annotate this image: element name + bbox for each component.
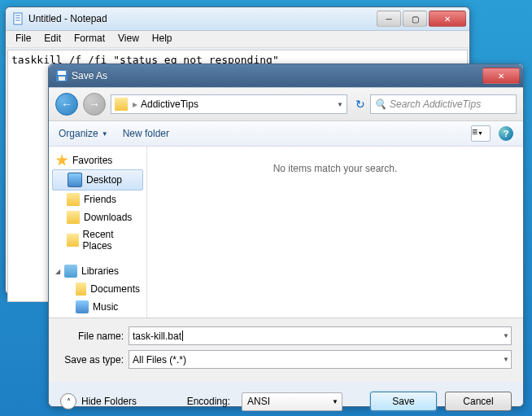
filename-input[interactable]: task-kill.bat▼ <box>129 326 512 345</box>
dialog-titlebar[interactable]: Save As ✕ <box>49 64 523 88</box>
encoding-select[interactable]: ANSI▼ <box>242 392 342 411</box>
folder-icon <box>67 193 80 206</box>
documents-icon <box>76 282 86 296</box>
search-input[interactable]: 🔍 Search AddictiveTips <box>370 94 517 114</box>
svg-rect-6 <box>59 77 65 81</box>
minimize-button[interactable]: ─ <box>377 11 401 27</box>
toolbar: Organize▼ New folder ≡▼ ? <box>49 121 523 147</box>
sidebar-item-music[interactable]: ▸Music <box>49 298 146 316</box>
libraries-icon <box>64 265 77 278</box>
sidebar-item-desktop[interactable]: Desktop <box>52 169 143 190</box>
menu-view[interactable]: View <box>111 31 146 47</box>
search-placeholder: Search AddictiveTips <box>390 99 481 110</box>
empty-message: No items match your search. <box>273 163 398 174</box>
menu-help[interactable]: Help <box>146 31 179 47</box>
chevron-up-icon: ˄ <box>60 393 76 409</box>
notepad-menubar: File Edit Format View Help <box>6 31 469 48</box>
view-options-button[interactable]: ≡▼ <box>471 125 491 142</box>
search-icon: 🔍 <box>374 99 386 110</box>
hide-folders-button[interactable]: ˄ Hide Folders <box>60 393 137 409</box>
help-button[interactable]: ? <box>499 126 513 141</box>
address-bar[interactable]: ▸ AddictiveTips ▼ <box>111 94 347 114</box>
recent-icon <box>67 234 79 247</box>
encoding-label: Encoding: <box>187 396 230 407</box>
sidebar-item-pictures[interactable]: ▸Pictures <box>49 316 146 317</box>
notepad-icon <box>12 12 25 25</box>
menu-format[interactable]: Format <box>68 31 111 47</box>
star-icon <box>55 154 68 167</box>
nav-sidebar: Favorites Desktop Friends Downloads Rece… <box>49 147 147 317</box>
libraries-header[interactable]: ◢Libraries <box>49 262 146 280</box>
close-button[interactable]: ✕ <box>429 11 466 27</box>
cancel-button[interactable]: Cancel <box>445 392 512 411</box>
notepad-titlebar[interactable]: Untitled - Notepad ─ ▢ ✕ <box>6 7 469 31</box>
downloads-icon <box>67 211 80 224</box>
forward-button[interactable]: → <box>83 93 106 116</box>
dialog-close-button[interactable]: ✕ <box>482 68 520 84</box>
save-icon <box>55 69 68 82</box>
folder-icon <box>115 98 128 111</box>
new-folder-button[interactable]: New folder <box>123 128 169 139</box>
savetype-label: Save as type: <box>60 354 124 366</box>
sidebar-item-downloads[interactable]: Downloads <box>49 208 146 226</box>
file-list-area[interactable]: No items match your search. <box>147 147 523 317</box>
filename-label: File name: <box>60 331 124 342</box>
favorites-header[interactable]: Favorites <box>49 151 146 169</box>
button-row: ˄ Hide Folders Encoding: ANSI▼ Save Canc… <box>49 382 523 416</box>
sidebar-item-recent[interactable]: Recent Places <box>49 226 146 254</box>
menu-edit[interactable]: Edit <box>37 31 68 47</box>
save-as-dialog: Save As ✕ ← → ▸ AddictiveTips ▼ ↻ 🔍 Sear… <box>48 63 524 407</box>
svg-rect-0 <box>14 13 22 24</box>
refresh-button[interactable]: ↻ <box>355 98 365 111</box>
organize-button[interactable]: Organize▼ <box>59 128 108 139</box>
sidebar-item-friends[interactable]: Friends <box>49 190 146 208</box>
back-button[interactable]: ← <box>55 93 78 116</box>
nav-row: ← → ▸ AddictiveTips ▼ ↻ 🔍 Search Addicti… <box>49 88 523 121</box>
sidebar-item-documents[interactable]: ▸Documents <box>49 280 146 298</box>
save-button[interactable]: Save <box>370 392 437 411</box>
dialog-title: Save As <box>72 70 482 81</box>
svg-rect-5 <box>58 71 66 75</box>
breadcrumb[interactable]: AddictiveTips <box>141 99 198 110</box>
savetype-select[interactable]: All Files (*.*)▼ <box>129 350 512 369</box>
main-area: Favorites Desktop Friends Downloads Rece… <box>49 147 523 318</box>
bottom-panel: File name: task-kill.bat▼ Save as type: … <box>49 318 523 382</box>
notepad-title: Untitled - Notepad <box>28 13 377 24</box>
maximize-button[interactable]: ▢ <box>403 11 427 27</box>
desktop-icon <box>68 173 82 187</box>
menu-file[interactable]: File <box>9 31 37 47</box>
music-icon <box>76 300 89 313</box>
